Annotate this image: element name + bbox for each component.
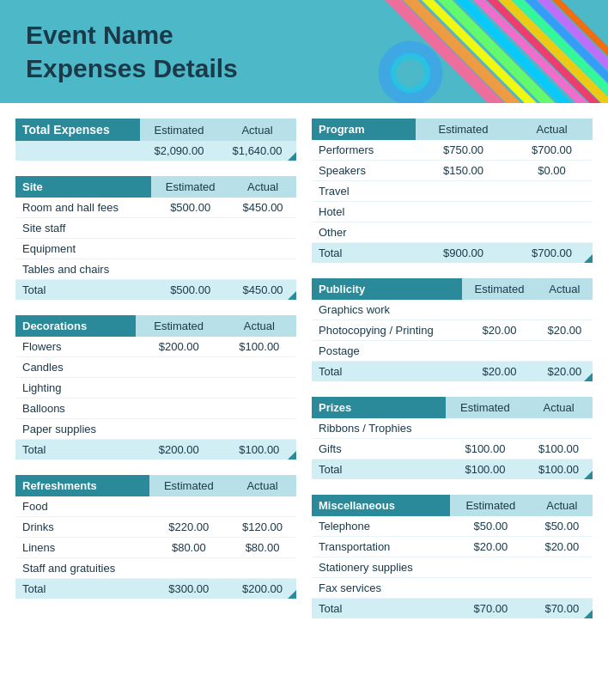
decorations-row-4-estimated bbox=[136, 399, 222, 419]
table-row: Travel bbox=[312, 181, 593, 202]
table-row: Transportation $20.00 $20.00 bbox=[312, 537, 593, 557]
total-expenses-table: Total Expenses Estimated Actual $2,090.0… bbox=[15, 119, 296, 161]
refreshments-row-1-name: Food bbox=[15, 496, 149, 517]
publicity-row-3-estimated bbox=[462, 341, 536, 362]
prizes-estimated-header: Estimated bbox=[446, 397, 525, 418]
program-row-4-name: Hotel bbox=[312, 202, 416, 222]
miscellaneous-table: Miscellaneous Estimated Actual Telephone… bbox=[312, 495, 593, 618]
publicity-label: Publicity bbox=[312, 278, 462, 300]
program-row-2-name: Speakers bbox=[312, 161, 416, 181]
site-row-4-name: Tables and chairs bbox=[15, 259, 151, 280]
program-row-4-actual bbox=[511, 202, 593, 222]
decorations-row-2-name: Candles bbox=[15, 357, 136, 378]
program-estimated-header: Estimated bbox=[416, 119, 511, 140]
refreshments-row-2-estimated: $220.00 bbox=[149, 517, 228, 538]
prizes-table: Prizes Estimated Actual Ribbons / Trophi… bbox=[312, 397, 593, 479]
refreshments-section: Refreshments Estimated Actual Food Drink… bbox=[15, 475, 296, 599]
table-row: Drinks $220.00 $120.00 bbox=[15, 517, 296, 538]
site-row-4-actual bbox=[229, 259, 296, 280]
decorations-row-3-estimated bbox=[136, 378, 222, 399]
misc-total-estimated: $70.00 bbox=[450, 599, 531, 619]
decorations-row-4-name: Balloons bbox=[15, 399, 136, 419]
misc-row-2-actual: $20.00 bbox=[532, 537, 593, 557]
prizes-total-estimated: $100.00 bbox=[446, 460, 525, 480]
prizes-row-2-actual: $100.00 bbox=[525, 439, 593, 460]
total-expenses-total-estimated: $2,090.00 bbox=[140, 141, 218, 161]
misc-row-3-name: Stationery supplies bbox=[312, 557, 450, 578]
publicity-total-label: Total bbox=[312, 362, 462, 382]
site-row-1-name: Room and hall fees bbox=[15, 198, 151, 218]
total-expenses-label: Total Expenses bbox=[15, 119, 140, 141]
miscellaneous-label: Miscellaneous bbox=[312, 495, 450, 516]
misc-row-1-actual: $50.00 bbox=[532, 516, 593, 537]
program-row-3-estimated bbox=[416, 181, 511, 202]
publicity-estimated-header: Estimated bbox=[462, 278, 536, 300]
decorations-row-1-actual: $100.00 bbox=[222, 337, 296, 357]
prizes-actual-header: Actual bbox=[525, 397, 593, 418]
site-total-actual: $450.00 bbox=[229, 280, 296, 301]
table-row: Gifts $100.00 $100.00 bbox=[312, 439, 593, 460]
page-header: Event Name Expenses Details bbox=[0, 0, 608, 103]
refreshments-row-3-estimated: $80.00 bbox=[149, 538, 228, 558]
table-row: Linens $80.00 $80.00 bbox=[15, 538, 296, 558]
table-row: Paper supplies bbox=[15, 419, 296, 440]
decorations-row-2-estimated bbox=[136, 357, 222, 378]
site-row-3-actual bbox=[229, 239, 296, 259]
refreshments-table: Refreshments Estimated Actual Food Drink… bbox=[15, 475, 296, 599]
table-row: Hotel bbox=[312, 202, 593, 222]
refreshments-actual-header: Actual bbox=[228, 475, 296, 496]
site-total-label: Total bbox=[15, 280, 151, 301]
table-row: Stationery supplies bbox=[312, 557, 593, 578]
program-row-1-name: Performers bbox=[312, 140, 416, 161]
program-row-3-name: Travel bbox=[312, 181, 416, 202]
prizes-row-2-name: Gifts bbox=[312, 439, 446, 460]
publicity-table: Publicity Estimated Actual Graphics work… bbox=[312, 278, 593, 381]
program-row-4-estimated bbox=[416, 202, 511, 222]
table-row: Postage bbox=[312, 341, 593, 362]
refreshments-row-3-actual: $80.00 bbox=[228, 538, 296, 558]
site-row-2-actual bbox=[229, 218, 296, 239]
publicity-actual-header: Actual bbox=[537, 278, 593, 300]
program-total-label: Total bbox=[312, 243, 416, 264]
table-row: Balloons bbox=[15, 399, 296, 419]
prizes-total-actual: $100.00 bbox=[525, 460, 593, 480]
publicity-section: Publicity Estimated Actual Graphics work… bbox=[312, 278, 593, 381]
publicity-row-3-name: Postage bbox=[312, 341, 462, 362]
refreshments-row-2-name: Drinks bbox=[15, 517, 149, 538]
main-content: Total Expenses Estimated Actual $2,090.0… bbox=[0, 103, 608, 649]
decorations-row-3-name: Lighting bbox=[15, 378, 136, 399]
misc-row-1-estimated: $50.00 bbox=[450, 516, 531, 537]
site-row-1-actual: $450.00 bbox=[229, 198, 296, 218]
prizes-row-2-estimated: $100.00 bbox=[446, 439, 525, 460]
misc-row-1-name: Telephone bbox=[312, 516, 450, 537]
total-expenses-actual-header: Actual bbox=[218, 119, 296, 141]
refreshments-row-3-name: Linens bbox=[15, 538, 149, 558]
total-expenses-total-label bbox=[15, 141, 140, 161]
table-row: Site staff bbox=[15, 218, 296, 239]
table-row: Ribbons / Trophies bbox=[312, 418, 593, 439]
misc-total-actual: $70.00 bbox=[532, 599, 593, 619]
decorations-row-2-actual bbox=[222, 357, 296, 378]
miscellaneous-estimated-header: Estimated bbox=[450, 495, 531, 516]
table-row: Graphics work bbox=[312, 300, 593, 320]
site-row-3-name: Equipment bbox=[15, 239, 151, 259]
program-total-actual: $700.00 bbox=[511, 243, 593, 264]
program-row-5-actual bbox=[511, 222, 593, 243]
refreshments-row-2-actual: $120.00 bbox=[228, 517, 296, 538]
table-row: Room and hall fees $500.00 $450.00 bbox=[15, 198, 296, 218]
program-row-1-actual: $700.00 bbox=[511, 140, 593, 161]
site-row-2-estimated bbox=[151, 218, 229, 239]
refreshments-row-4-actual bbox=[228, 558, 296, 579]
table-row: Tables and chairs bbox=[15, 259, 296, 280]
program-label: Program bbox=[312, 119, 416, 140]
decorations-row-5-estimated bbox=[136, 419, 222, 440]
program-row-1-estimated: $750.00 bbox=[416, 140, 511, 161]
publicity-total-estimated: $20.00 bbox=[462, 362, 536, 382]
total-expenses-section: Total Expenses Estimated Actual $2,090.0… bbox=[15, 119, 296, 161]
table-row: Food bbox=[15, 496, 296, 517]
site-actual-header: Actual bbox=[229, 176, 296, 198]
misc-total-label: Total bbox=[312, 599, 450, 619]
program-row-5-name: Other bbox=[312, 222, 416, 243]
miscellaneous-section: Miscellaneous Estimated Actual Telephone… bbox=[312, 495, 593, 618]
publicity-row-1-name: Graphics work bbox=[312, 300, 462, 320]
